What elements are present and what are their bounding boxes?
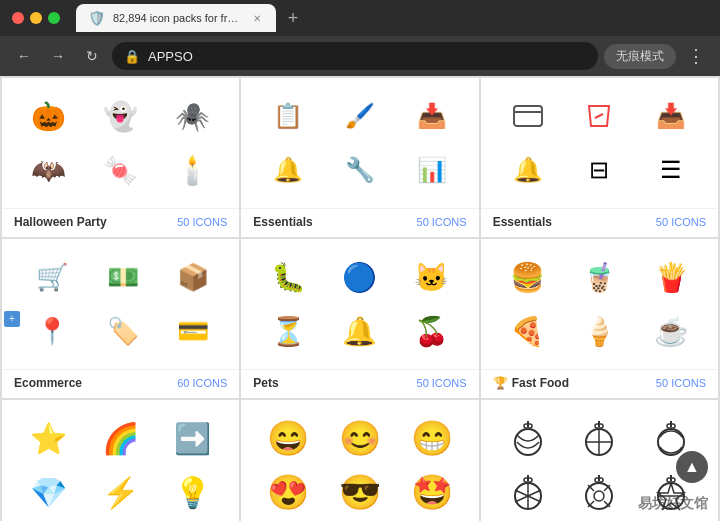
- expand-icon[interactable]: +: [4, 311, 20, 327]
- tab-bar: 🛡️ 82,894 icon packs for free - V... ✕ +: [76, 4, 708, 32]
- card-count: 50 ICONS: [177, 216, 227, 228]
- icon-item: ⭐: [27, 416, 71, 460]
- icon-item: 🕷️: [170, 94, 214, 138]
- card-footer: Essentials 50 ICONS: [481, 208, 718, 237]
- svg-point-6: [515, 429, 541, 455]
- card-fast-food[interactable]: 🍔 🧋 🍟 🍕 🍦 ☕ 🏆Fast Food 50 ICONS: [481, 239, 718, 398]
- svg-point-14: [658, 429, 684, 455]
- maximize-button[interactable]: [48, 12, 60, 24]
- card-footer: Pets 50 ICONS: [241, 369, 478, 398]
- icon-item: 📍: [30, 309, 74, 353]
- card-emojis[interactable]: 😄 😊 😁 😍 😎 🤩 Emojis 50 ICONS: [241, 400, 478, 521]
- icon-item: 👻: [99, 94, 143, 138]
- icon-item: [577, 416, 621, 460]
- icon-item: 😎: [338, 470, 382, 514]
- icon-item: 📥: [649, 94, 693, 138]
- icon-item: 🍒: [410, 309, 454, 353]
- card-count: 50 ICONS: [417, 216, 467, 228]
- active-tab[interactable]: 🛡️ 82,894 icon packs for free - V... ✕: [76, 4, 276, 32]
- icon-item: 🌈: [99, 416, 143, 460]
- tab-favicon: 🛡️: [88, 10, 105, 26]
- icon-item: [577, 94, 621, 138]
- card-icons: 🛒 💵 📦 📍 🏷️ 💳: [2, 239, 239, 369]
- icon-item: 😍: [266, 470, 310, 514]
- icon-item: 😁: [410, 416, 454, 460]
- card-title: Ecommerce: [14, 376, 82, 390]
- card-count: 50 ICONS: [417, 377, 467, 389]
- incognito-button[interactable]: 无痕模式: [604, 44, 676, 69]
- card-count: 60 ICONS: [177, 377, 227, 389]
- icon-item: 🕯️: [170, 148, 214, 192]
- nav-bar: ← → ↻ 🔒 APPSO 无痕模式 ⋮: [0, 36, 720, 76]
- card-icons: 🐛 🔵 🐱 ⏳ 🔔 🍒: [241, 239, 478, 369]
- card-pets[interactable]: 🐛 🔵 🐱 ⏳ 🔔 🍒 Pets 50 ICONS: [241, 239, 478, 398]
- icon-item: 📋: [266, 94, 310, 138]
- card-essentials-1[interactable]: 📋 🖌️ 📥 🔔 🔧 📊 Essentials 50 ICONS: [241, 78, 478, 237]
- card-icons: 📋 🖌️ 📥 🔔 🔧 📊: [241, 78, 478, 208]
- address-bar[interactable]: 🔒 APPSO: [112, 42, 598, 70]
- icon-item: 🐛: [266, 255, 310, 299]
- card-title: 🏆Fast Food: [493, 376, 569, 390]
- tab-label: 82,894 icon packs for free - V...: [113, 12, 244, 24]
- close-button[interactable]: [12, 12, 24, 24]
- reload-button[interactable]: ↻: [78, 42, 106, 70]
- icon-item: [506, 416, 550, 460]
- new-tab-button[interactable]: +: [280, 5, 306, 31]
- icon-item: 🤩: [410, 470, 454, 514]
- card-title: Essentials: [493, 215, 552, 229]
- card-footer: Halloween Party 50 ICONS: [2, 208, 239, 237]
- card-icons: 🎃 👻 🕷️ 🦇 🍬 🕯️: [2, 78, 239, 208]
- icon-item: 🏷️: [101, 309, 145, 353]
- icon-item: 💡: [170, 470, 214, 514]
- icon-item: 🔔: [266, 148, 310, 192]
- card-footer: Ecommerce 60 ICONS: [2, 369, 239, 398]
- card-icons: 😄 😊 😁 😍 😎 🤩: [241, 400, 478, 521]
- icon-item: 🔧: [338, 148, 382, 192]
- icon-item: 😄: [266, 416, 310, 460]
- icon-item: 🧋: [577, 255, 621, 299]
- title-bar: 🛡️ 82,894 icon packs for free - V... ✕ +: [0, 0, 720, 36]
- watermark: 易坊好文馆: [638, 495, 708, 513]
- icon-item: ➡️: [170, 416, 214, 460]
- icon-item: 🎃: [27, 94, 71, 138]
- icon-item: 🍔: [506, 255, 550, 299]
- icon-item: 🦇: [27, 148, 71, 192]
- icon-item: ⏳: [266, 309, 310, 353]
- icon-item: ⊟: [577, 148, 621, 192]
- card-icons: 🍔 🧋 🍟 🍕 🍦 ☕: [481, 239, 718, 369]
- icon-item: 🍟: [649, 255, 693, 299]
- card-halloween-party[interactable]: 🎃 👻 🕷️ 🦇 🍬 🕯️ Halloween Party 50 ICONS: [2, 78, 239, 237]
- minimize-button[interactable]: [30, 12, 42, 24]
- icon-item: 🛒: [30, 255, 74, 299]
- card-essentials-2[interactable]: 📥 🔔 ⊟ ☰ Essentials 50 ICONS: [481, 78, 718, 237]
- card-count: 50 ICONS: [656, 377, 706, 389]
- icon-item: ☰: [649, 148, 693, 192]
- icon-item: 🐱: [410, 255, 454, 299]
- svg-rect-0: [514, 106, 542, 126]
- scroll-top-button[interactable]: ▲: [676, 451, 708, 483]
- icon-item: 🍬: [99, 148, 143, 192]
- card-footer: Essentials 50 ICONS: [241, 208, 478, 237]
- traffic-lights: [12, 12, 60, 24]
- menu-button[interactable]: ⋮: [682, 42, 710, 70]
- icon-item: 😊: [338, 416, 382, 460]
- lock-icon: 🔒: [124, 49, 140, 64]
- card-ecommerce[interactable]: + 🛒 💵 📦 📍 🏷️ 💳 Ecommerce 60 ICONS: [2, 239, 239, 398]
- icon-item: 🔵: [338, 255, 382, 299]
- card-icons: ⭐ 🌈 ➡️ 💎 ⚡ 💡: [2, 400, 239, 521]
- card-daily-planner[interactable]: ⭐ 🌈 ➡️ 💎 ⚡ 💡 Daily Planner 80 ICONS: [2, 400, 239, 521]
- icon-item: [506, 470, 550, 514]
- address-text: APPSO: [148, 49, 586, 64]
- icon-grid: 🎃 👻 🕷️ 🦇 🍬 🕯️ Halloween Party 50 ICONS 📋…: [0, 76, 720, 521]
- icon-item: [577, 470, 621, 514]
- tab-close-icon[interactable]: ✕: [250, 11, 264, 25]
- icon-item: 📊: [410, 148, 454, 192]
- icon-item: 💵: [101, 255, 145, 299]
- back-button[interactable]: ←: [10, 42, 38, 70]
- icon-item: 🍦: [577, 309, 621, 353]
- card-icons: 📥 🔔 ⊟ ☰: [481, 78, 718, 208]
- icon-item: 🖌️: [338, 94, 382, 138]
- forward-button[interactable]: →: [44, 42, 72, 70]
- icon-item: 💳: [171, 309, 215, 353]
- card-count: 50 ICONS: [656, 216, 706, 228]
